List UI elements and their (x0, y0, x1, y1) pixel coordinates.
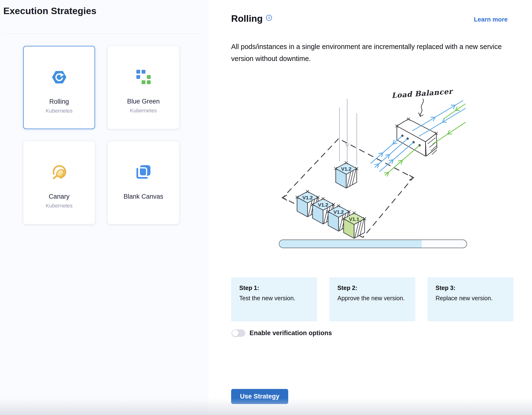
verification-toggle-label: Enable verification options (249, 329, 332, 337)
toggle-knob (232, 330, 238, 336)
step-card-2: Step 2: Approve the new version. (329, 277, 415, 321)
traffic-arrow (384, 145, 419, 176)
strategy-card-label: Blank Canvas (124, 193, 163, 200)
use-strategy-button[interactable]: Use Strategy (231, 389, 288, 404)
cube-version-label: V1.1 (349, 216, 359, 222)
step-title: Step 1: (239, 285, 309, 291)
load-balancer-label: Load Balancer (391, 87, 454, 100)
strategy-card-sublabel: Kubernetes (130, 108, 157, 114)
cube-version-label: V1.2 (341, 166, 351, 172)
step-title: Step 2: (337, 285, 407, 291)
version-cubes: V1.2V1.2V1.2V1.1V1.2 (296, 161, 366, 238)
step-text: Replace new version. (436, 295, 505, 302)
rolling-icon (51, 69, 67, 85)
blue-green-icon (136, 69, 151, 85)
rollout-progress-bar (279, 239, 467, 248)
strategy-card-sublabel: Kubernetes (46, 203, 73, 209)
detail-header: Rolling i (231, 13, 272, 24)
verification-toggle[interactable] (232, 329, 245, 337)
blank-canvas-icon (136, 164, 151, 180)
verification-toggle-row: Enable verification options (232, 329, 332, 337)
load-balancer-box (395, 118, 438, 156)
steps-row: Step 1: Test the new version. Step 2: Ap… (231, 277, 513, 321)
cube-version-label: V1.2 (302, 195, 313, 200)
step-card-1: Step 1: Test the new version. (231, 277, 317, 321)
learn-more-link[interactable]: Learn more (474, 16, 508, 23)
step-text: Approve the new version. (337, 295, 407, 302)
cube-version-label: V1.2 (333, 209, 344, 215)
strategy-card-rolling[interactable]: Rolling Kubernetes (23, 46, 95, 129)
page-title: Execution Strategies (3, 6, 96, 16)
rollout-progress-fill (279, 240, 422, 248)
canary-icon (51, 164, 67, 180)
step-card-3: Step 3: Replace new version. (428, 277, 513, 321)
traffic-arrow (371, 136, 402, 163)
step-text: Test the new version. (239, 295, 309, 302)
detail-title: Rolling (231, 13, 263, 24)
cube-version-label: V1.2 (318, 202, 328, 208)
strategy-card-canary[interactable]: Canary Kubernetes (23, 141, 95, 224)
strategy-card-grid: Rolling Kubernetes Blue Green Kubernetes (23, 46, 179, 224)
strategy-description: All pods/instances in a single environme… (231, 41, 508, 65)
title-divider (2, 33, 201, 34)
strategy-card-label: Rolling (49, 98, 69, 105)
execution-strategies-panel: Execution Strategies Rolling Kubernetes (0, 0, 209, 415)
rolling-deployment-illustration: V1.2V1.2V1.2V1.1V1.2 Load Balancer (279, 85, 466, 241)
strategy-card-sublabel: Kubernetes (46, 108, 73, 114)
strategy-card-label: Blue Green (127, 98, 160, 105)
crane-strings (340, 99, 357, 165)
strategy-detail-panel: Rolling i Learn more All pods/instances … (209, 0, 532, 415)
strategy-card-blue-green[interactable]: Blue Green Kubernetes (107, 46, 179, 129)
strategy-card-blank-canvas[interactable]: Blank Canvas (107, 141, 179, 224)
traffic-arrow (380, 142, 414, 171)
version-cube: V1.2 (334, 161, 358, 188)
info-icon[interactable]: i (266, 15, 272, 21)
strategy-card-label: Canary (49, 193, 69, 200)
label-pointer-arrow (418, 99, 423, 116)
step-title: Step 3: (436, 285, 505, 291)
